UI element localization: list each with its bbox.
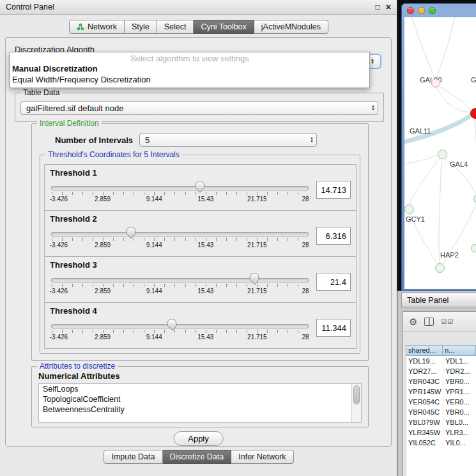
threshold-3-slider[interactable]: -3.4262.8599.14415.4321.71528 — [51, 272, 309, 300]
attribute-list-item[interactable]: TopologicalCoefficient — [39, 394, 361, 404]
table-body: YDL19...YDL1...YDR27...YDR2...YBR043CYBR… — [406, 356, 476, 476]
slider-thumb[interactable] — [126, 227, 135, 236]
tab-label: Style — [132, 22, 150, 31]
select-columns-icon[interactable]: ☑☑ — [441, 318, 454, 325]
network-node[interactable] — [435, 263, 445, 273]
numerical-attributes-list: SelfLoopsTopologicalCoefficientBetweenne… — [38, 383, 362, 423]
network-node[interactable] — [431, 79, 440, 88]
slider-track[interactable] — [51, 186, 309, 190]
attributes-to-discretize-group: Attributes to discretize Numerical Attri… — [31, 366, 369, 427]
apply-button[interactable]: Apply — [173, 431, 224, 446]
number-of-intervals-value: 5 — [145, 135, 310, 145]
threshold-1-slider[interactable]: -3.4262.8599.14415.4321.71528 — [51, 180, 309, 208]
slider-track[interactable] — [51, 232, 309, 236]
minimize-traffic-light[interactable] — [418, 7, 425, 14]
attribute-list-item[interactable]: SelfLoops — [39, 384, 361, 394]
zoom-traffic-light[interactable] — [429, 7, 436, 14]
slider-tick-labels: -3.4262.8599.14415.4321.71528 — [51, 334, 309, 341]
slider-thumb[interactable] — [195, 181, 204, 190]
slider-tick-label: 21.715 — [247, 334, 267, 341]
table-cell[interactable]: YLR345W — [406, 427, 443, 438]
list-scrollbar[interactable] — [351, 384, 361, 422]
threshold-2-slider[interactable]: -3.4262.8599.14415.4321.71528 — [51, 226, 309, 254]
dropdown-option-manual-discretization[interactable]: Manual Discretization — [10, 63, 369, 74]
threshold-4-value-field[interactable]: 11.344 — [316, 319, 351, 337]
slider-track[interactable] — [51, 324, 309, 328]
table-cell[interactable]: YLR3... — [443, 427, 476, 438]
slider-tick-label: 28 — [302, 242, 309, 249]
tab-discretize-data[interactable]: Discretize Data — [163, 450, 232, 464]
table-cell[interactable]: YBL079W — [406, 417, 443, 427]
slider-track[interactable] — [51, 278, 309, 282]
network-view-window: GAL80GAGAL11GAL4GCY1HAP2 — [401, 3, 476, 291]
table-cell[interactable]: YER0... — [443, 397, 476, 407]
table-data-combo[interactable]: galFiltered.sif default node ▲ ▼ — [20, 101, 378, 115]
threshold-4-slider[interactable]: -3.4262.8599.14415.4321.71528 — [51, 318, 309, 346]
tab-style[interactable]: Style — [125, 20, 157, 34]
tab-label: Discretize Data — [170, 452, 224, 461]
table-cell[interactable]: YDL1... — [443, 356, 476, 366]
table-cell[interactable]: YBL0... — [443, 417, 476, 427]
close-icon[interactable]: × — [386, 3, 391, 11]
number-of-intervals-combo[interactable]: 5 ▲ ▼ — [139, 133, 317, 147]
threshold-4-label: Threshold 4 — [50, 306, 97, 316]
table-cell[interactable]: YDL19... — [406, 356, 443, 366]
dropdown-option-equal-width-frequency[interactable]: Equal Width/Frequency Discretization — [10, 74, 369, 85]
table-cell[interactable]: YIL0... — [443, 438, 476, 448]
slider-thumb[interactable] — [250, 273, 259, 282]
control-panel-window: Control Panel □ × Network Style Select C… — [0, 0, 397, 476]
table-row[interactable]: YBL079WYBL0... — [406, 417, 476, 427]
table-cell[interactable]: YBR045C — [406, 407, 443, 417]
table-row[interactable]: YBR043CYBR0... — [406, 376, 476, 387]
table-row[interactable]: YBR045CYBR0... — [406, 407, 476, 417]
tab-impute-data[interactable]: Impute Data — [104, 450, 162, 464]
table-row[interactable]: YER054CYER0... — [406, 397, 476, 407]
table-row[interactable]: YPR145WYPR1... — [406, 387, 476, 397]
tab-network[interactable]: Network — [69, 20, 125, 34]
table-cell[interactable]: YPR145W — [406, 387, 443, 397]
table-cell[interactable]: YPR1... — [443, 387, 476, 397]
attribute-list-item[interactable]: BetweennessCentrality — [39, 404, 361, 415]
table-row[interactable]: YDL19...YDL1... — [406, 356, 476, 366]
threshold-1-label: Threshold 1 — [50, 168, 97, 178]
close-traffic-light[interactable] — [407, 7, 414, 14]
table-row[interactable]: YLR345WYLR3... — [406, 427, 476, 438]
table-row[interactable]: YIL052CYIL0... — [406, 438, 476, 448]
table-toolbar-spacer — [403, 332, 476, 345]
tab-select[interactable]: Select — [157, 20, 194, 34]
slider-thumb[interactable] — [167, 319, 177, 328]
table-cell[interactable]: YDR27... — [406, 366, 443, 376]
slider-tick-label: -3.426 — [50, 196, 68, 203]
threshold-3-value-field[interactable]: 21.4 — [316, 273, 351, 291]
network-node[interactable] — [438, 150, 447, 159]
network-node[interactable] — [404, 204, 414, 214]
network-node[interactable] — [471, 244, 476, 252]
slider-tick-label: 21.715 — [247, 288, 267, 295]
threshold-1-value-field[interactable]: 14.713 — [316, 181, 351, 199]
tab-jactivemnodules[interactable]: jActiveMNodules — [254, 20, 328, 34]
column-header-name[interactable]: n... — [443, 345, 476, 356]
column-header-shared-name[interactable]: shared... — [406, 345, 443, 356]
scrollbar-thumb[interactable] — [353, 385, 360, 404]
float-window-icon[interactable]: □ — [376, 3, 380, 11]
table-cell[interactable]: YBR043C — [406, 376, 443, 387]
spinner-arrows-icon: ▲ ▼ — [371, 105, 375, 111]
table-panel-title: Table Panel — [407, 296, 449, 305]
table-cell[interactable]: YER054C — [406, 397, 443, 407]
threshold-3-label: Threshold 3 — [50, 260, 97, 270]
columns-icon[interactable] — [424, 318, 434, 326]
network-canvas[interactable]: GAL80GAGAL11GAL4GCY1HAP2 — [404, 17, 476, 289]
table-cell[interactable]: YIL052C — [406, 438, 443, 448]
slider-tick-label: 2.859 — [95, 334, 111, 341]
table-cell[interactable]: YDR2... — [443, 366, 476, 376]
threshold-2-value-field[interactable]: 6.316 — [316, 227, 351, 245]
tab-infer-network[interactable]: Infer Network — [231, 450, 293, 464]
tab-cyni-toolbox[interactable]: Cyni Toolbox — [194, 20, 254, 34]
tab-label: Impute Data — [111, 452, 155, 461]
table-cell[interactable]: YBR0... — [443, 407, 476, 417]
slider-tick-label: 2.859 — [95, 242, 111, 249]
table-cell[interactable]: YBR0... — [443, 376, 476, 387]
slider-tick-label: 21.715 — [247, 196, 267, 203]
table-row[interactable]: YDR27...YDR2... — [406, 366, 476, 376]
gear-icon[interactable]: ⚙ — [409, 317, 417, 326]
